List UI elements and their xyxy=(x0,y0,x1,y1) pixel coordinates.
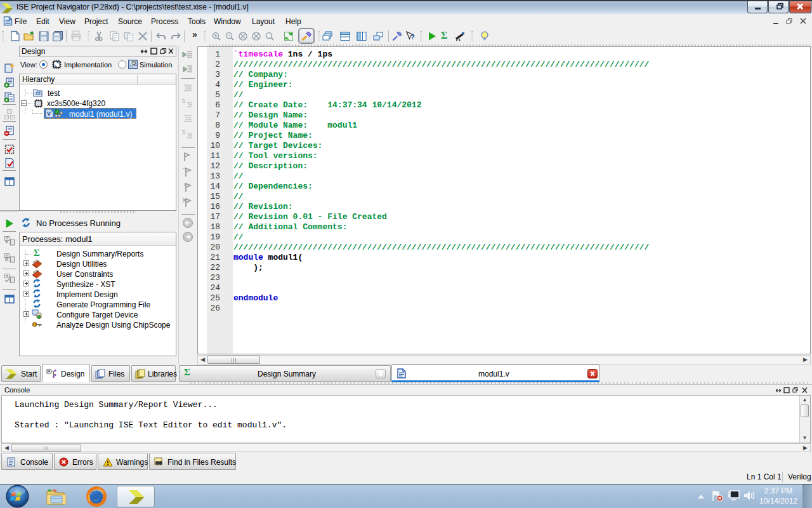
svg-text:5: 5 xyxy=(182,98,185,104)
svg-text:V: V xyxy=(47,110,51,117)
svg-text:5: 5 xyxy=(182,129,185,135)
svg-text:iSim: iSim xyxy=(129,65,138,69)
svg-text:?: ? xyxy=(410,33,415,41)
